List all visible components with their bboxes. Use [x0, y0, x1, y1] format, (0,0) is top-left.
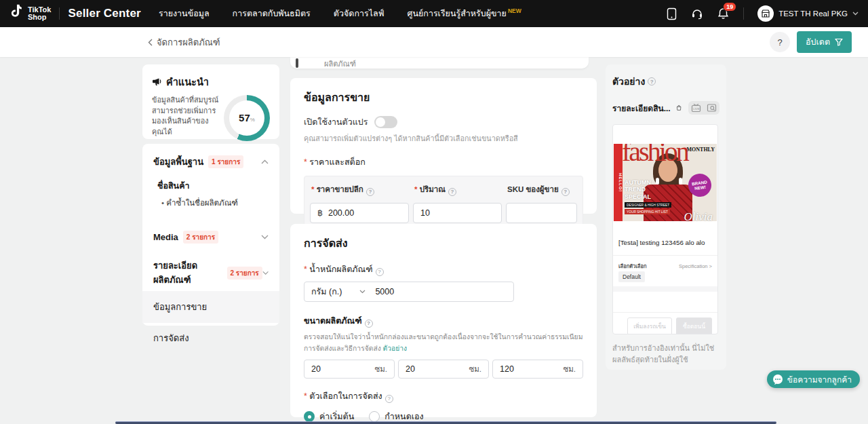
preview-spec-default-chip[interactable]: Default — [618, 271, 645, 282]
new-badge: NEW — [508, 7, 521, 14]
chevron-down-icon — [852, 12, 859, 16]
breadcrumb-label: จัดการผลิตภัณฑ์ — [157, 35, 220, 50]
divider — [613, 312, 717, 313]
tiktok-note-icon — [9, 4, 24, 23]
magazine-coverlines: AUTUMN TREND SPECIAL — [625, 179, 657, 200]
section-nav-card: ข้อมูลพื้นฐาน 1 รายการ ชื่อสินค้า คำซ้ำใ… — [142, 144, 279, 326]
earring — [679, 178, 682, 185]
recommendation-title: คำแนะนำ — [166, 74, 209, 90]
retail-price-input[interactable]: ฿200.00 — [310, 203, 409, 223]
editor-text-snippet: ผลิตภัณฑ์ — [324, 58, 356, 69]
issue-count-badge: 1 รายการ — [208, 155, 243, 168]
magazine-monthly: MONTHLY — [687, 147, 715, 153]
shipping-options-help-icon[interactable] — [385, 395, 393, 403]
quantity-help-icon[interactable] — [448, 188, 456, 196]
sidebar-item-product-details[interactable]: รายละเอียดผลิตภัณฑ์ 2 รายการ — [153, 258, 269, 287]
magazine-chip2: YOUR SHOPPING HIT LIST — [625, 209, 670, 214]
preview-buy-now-button[interactable]: ซื้อตอนนี้ — [676, 317, 712, 334]
nav-data-reports[interactable]: รายงานข้อมูล — [159, 7, 210, 20]
product-image-magazine-cover: HELLO! fashion MONTHLY AUTUMN TREND SPEC… — [614, 144, 717, 221]
preview-spec-link[interactable]: Specification > — [679, 263, 712, 269]
preview-add-to-cart-button[interactable]: เพิ่มลงรถเข็น — [627, 317, 672, 334]
megaphone-icon — [152, 77, 162, 87]
dimension-width-input[interactable]: 20ซม. — [398, 360, 489, 379]
nav-live-manager[interactable]: ตัวจัดการไลฟ์ — [334, 7, 384, 20]
sales-info-section: ข้อมูลการขาย เปิดใช้งานตัวแปร คุณสามารถเ… — [290, 78, 597, 214]
account-name: TEST TH Real PKG — [778, 9, 848, 18]
sidebar-item-basic-info[interactable]: ข้อมูลพื้นฐาน 1 รายการ — [153, 155, 269, 169]
completeness-progress-ring: 57 % — [224, 95, 270, 141]
search-preview-icon[interactable] — [707, 103, 717, 113]
top-navigation-bar: TikTokShop Seller Center รายงานข้อมูล กา… — [0, 0, 868, 27]
sidebar-item-shipping[interactable]: การจัดส่ง — [153, 323, 269, 353]
live-preview-icon[interactable]: LIVE — [691, 103, 701, 113]
sidebar-issue-duplicate-name[interactable]: คำซ้ำในชื่อผลิตภัณฑ์ — [161, 197, 269, 209]
dimensions-example-link[interactable]: ตัวอย่าง — [383, 345, 408, 352]
customer-messages-button[interactable]: ข้อความจากลูกค้า — [767, 370, 860, 388]
divider — [743, 7, 744, 20]
magazine-masthead: fashion — [622, 144, 688, 168]
breadcrumb-back[interactable]: จัดการผลิตภัณฑ์ — [148, 35, 220, 50]
dimension-height-input[interactable]: 120ซม. — [492, 360, 583, 379]
col-quantity: ปริมาณ — [413, 182, 502, 199]
col-retail-price: ราคาขายปลีก — [310, 182, 409, 199]
account-menu[interactable]: TEST TH Real PKG — [757, 5, 859, 22]
preview-product-title: [Testa] testing 123456 alo alo — [618, 239, 705, 246]
brand-line2: Shop — [28, 13, 47, 21]
sales-info-title: ข้อมูลการขาย — [304, 89, 583, 106]
shipping-section: การจัดส่ง น้ำหนักผลิตภัณฑ์ กรัม (ก.) 500… — [290, 224, 597, 417]
weight-label: น้ำหนักผลิตภัณฑ์ — [304, 263, 583, 276]
nav-seller-academy[interactable]: ศูนย์การเรียนรู้สำหรับผู้ขายNEW — [408, 7, 521, 20]
editor-scrollbar[interactable] — [296, 58, 298, 68]
variant-hint: คุณสามารถเพิ่มตัวแปรต่างๆ ได้หากสินค้านี… — [304, 133, 583, 144]
dimensions-hint: ตรวจสอบให้แน่ใจว่าน้ำหนักกล่องและขนาดถูก… — [304, 331, 583, 354]
price-help-icon[interactable] — [366, 188, 374, 196]
seller-sku-input[interactable] — [506, 203, 577, 223]
app-title: Seller Center — [68, 7, 140, 20]
col-seller-sku: SKU ของผู้ขาย — [506, 182, 577, 199]
notifications-bell-icon[interactable]: 19 — [716, 7, 730, 20]
divider — [613, 255, 717, 256]
nav-affiliate-marketing[interactable]: การตลาดกับพันธมิตร — [233, 7, 311, 20]
divider-band — [613, 286, 717, 292]
variant-toggle[interactable] — [374, 116, 397, 128]
shopping-bag-icon[interactable] — [676, 102, 682, 113]
chevron-down-icon — [262, 271, 269, 275]
horizontal-scrollbar[interactable] — [115, 421, 776, 424]
magazine-chip1: DESIGNER & HIGH STREET — [625, 202, 671, 208]
magazine-signature: Olivia — [684, 210, 713, 221]
chevron-down-icon — [359, 290, 366, 294]
weight-unit-dropdown[interactable]: กรัม (ก.) — [311, 285, 366, 298]
chat-button-label: ข้อความจากลูกค้า — [787, 373, 852, 386]
sku-help-icon[interactable] — [561, 188, 570, 196]
sidebar-item-media[interactable]: Media 2 รายการ — [153, 231, 269, 244]
support-headset-icon[interactable] — [690, 7, 704, 20]
svg-text:LIVE: LIVE — [693, 107, 700, 111]
filter-funnel-icon — [835, 38, 843, 46]
quantity-input[interactable]: 10 — [413, 203, 502, 223]
shop-avatar — [757, 5, 774, 22]
sidebar-item-sales-info[interactable]: ข้อมูลการขาย — [142, 291, 279, 323]
sidebar-subitem-product-name[interactable]: ชื่อสินค้า — [157, 179, 269, 193]
shipping-options-label: ตัวเลือกในการจัดส่ง — [304, 389, 583, 403]
chat-bubble-icon — [772, 374, 783, 385]
shipping-title: การจัดส่ง — [304, 235, 583, 252]
dimension-length-input[interactable]: 20ซม. — [304, 360, 395, 379]
recommendation-card: คำแนะนำ ข้อมูลสินค้าที่สมบูรณ์ สามารถช่ว… — [142, 64, 279, 139]
progress-percent: 57 — [239, 112, 250, 123]
mobile-app-icon[interactable] — [665, 7, 678, 20]
dimensions-help-icon[interactable] — [365, 320, 373, 328]
weight-input[interactable]: กรัม (ก.) 5000 — [304, 282, 514, 302]
preview-help-icon[interactable] — [648, 77, 656, 85]
tiktok-shop-logo[interactable]: TikTokShop — [9, 4, 51, 23]
update-button[interactable]: อัปเดต — [797, 31, 852, 53]
preview-tab-product-detail[interactable]: รายละเอียดสิน... — [612, 102, 671, 115]
top-nav: รายงานข้อมูล การตลาดกับพันธมิตร ตัวจัดกา… — [159, 7, 521, 20]
product-details-editor-snippet: ผลิตภัณฑ์ — [290, 57, 589, 69]
product-preview-card: HELLO! fashion MONTHLY AUTUMN TREND SPEC… — [612, 124, 718, 334]
page-header: จัดการผลิตภัณฑ์ อัปเดต — [0, 27, 868, 57]
help-button[interactable] — [770, 32, 790, 52]
preview-disclaimer: สำหรับการอ้างอิงเท่านั้น นี่ไม่ใช่ผลลัพธ… — [612, 343, 719, 365]
chevron-down-icon — [261, 235, 269, 239]
weight-help-icon[interactable] — [376, 268, 384, 276]
